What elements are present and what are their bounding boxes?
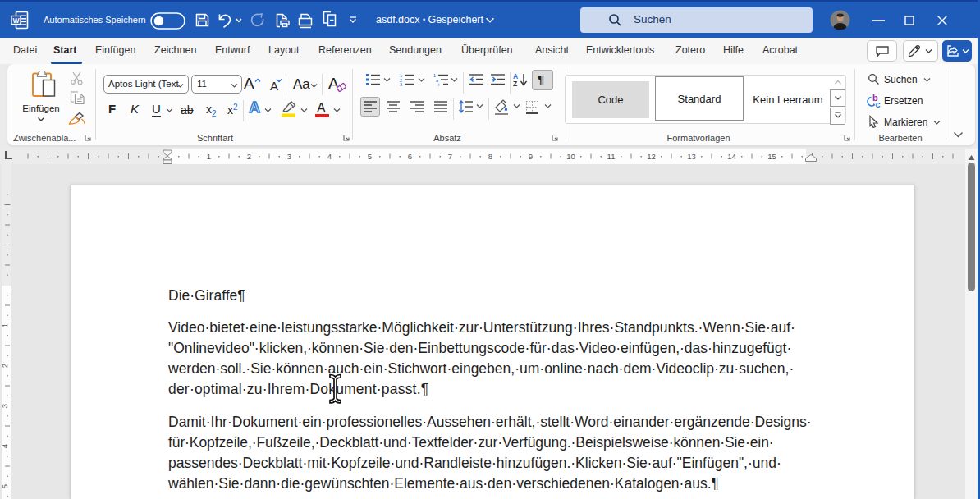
svg-text:14: 14 xyxy=(727,152,736,161)
svg-text:6: 6 xyxy=(408,152,412,161)
svg-text:15: 15 xyxy=(767,152,776,161)
svg-text:1: 1 xyxy=(2,323,9,327)
svg-text:8: 8 xyxy=(488,152,492,161)
svg-text:2: 2 xyxy=(247,152,251,161)
svg-text:11: 11 xyxy=(607,152,616,161)
svg-text:A: A xyxy=(249,99,260,116)
svg-text:3: 3 xyxy=(287,152,291,161)
svg-text:5: 5 xyxy=(368,152,372,161)
svg-text:5: 5 xyxy=(2,484,9,488)
svg-text:4: 4 xyxy=(327,152,332,161)
svg-text:3: 3 xyxy=(400,82,402,86)
svg-text:4: 4 xyxy=(2,444,9,448)
svg-text:12: 12 xyxy=(647,152,656,161)
svg-text:9: 9 xyxy=(529,152,533,161)
svg-text:1: 1 xyxy=(207,152,211,161)
svg-text:13: 13 xyxy=(687,152,696,161)
svg-text:i: i xyxy=(438,82,439,86)
svg-text:7: 7 xyxy=(448,152,452,161)
svg-text:c: c xyxy=(876,99,881,108)
svg-text:Z: Z xyxy=(513,80,517,87)
svg-text:3: 3 xyxy=(2,404,9,408)
svg-text:2: 2 xyxy=(2,364,9,368)
svg-text:10: 10 xyxy=(566,152,575,161)
svg-text:W: W xyxy=(12,16,20,25)
